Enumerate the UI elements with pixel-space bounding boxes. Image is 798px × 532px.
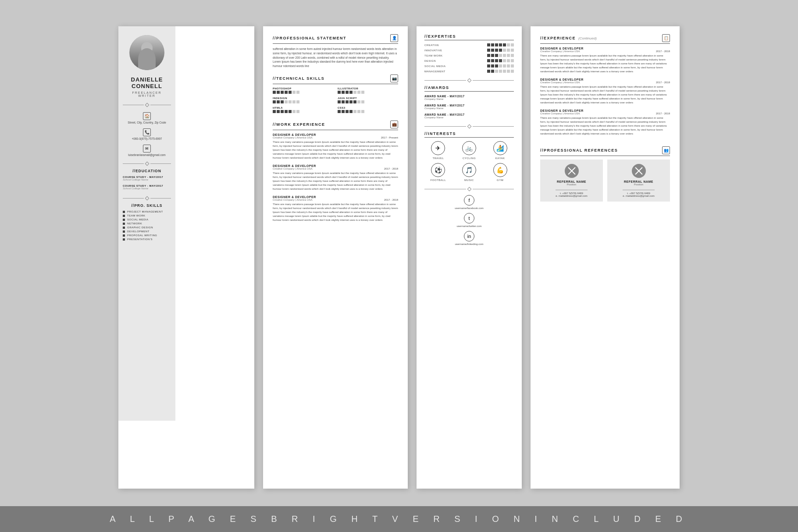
first-name: DANIELLE [123, 76, 171, 83]
email-icon: ✉ [143, 145, 151, 153]
award-item: AWARD NAME - MAY/2017Company Name [424, 113, 514, 119]
exp-items: DESIGNER & DEVELOPER Creative Company | … [273, 133, 398, 222]
award-item: AWARD NAME - MAY/2017Company Name [424, 104, 514, 110]
divider-2 [123, 162, 171, 165]
ref-avatar [565, 164, 579, 178]
education-title: //EDUCATION [132, 169, 161, 173]
expertise-row: TEAM WORK [424, 54, 514, 57]
camera-icon: 📷 [390, 74, 398, 82]
page-4: //EXPERIENCE (Continued) 📋 DESIGNER & DE… [531, 26, 680, 489]
refs-section: //PROFESSIONAL REFERENCES 👥 REFERRAL NAM… [540, 146, 670, 202]
briefcase-icon: 💼 [390, 121, 398, 128]
exp-cont-icon: 📋 [662, 34, 670, 42]
exp-item: DESIGNER & DEVELOPER Creative Company | … [540, 109, 670, 136]
expertise-row: INNOVATIVE [424, 49, 514, 52]
refs-header: //PROFESSIONAL REFERENCES 👥 [540, 146, 670, 156]
skill-row: INDESIGN [273, 97, 333, 103]
social-icon: t [464, 213, 474, 223]
awards-section: //AWARDS AWARD NAME - MAY/2017Company Na… [424, 85, 514, 119]
contact-phone: 📞 +060-0(875)-7575-6997 [123, 128, 171, 140]
social-item: t username/twitter.com [456, 213, 481, 227]
divider-awards-interests [424, 125, 514, 128]
expertise-row: DESIGN [424, 59, 514, 62]
proskills-title: //PRO. SKILLS [131, 203, 162, 208]
interests-title: //INTERESTS [424, 131, 456, 136]
edu-school-1: School College Name [123, 178, 171, 181]
expertise-rows: CREATIVEINNOVATIVETEAM WORKDESIGNSOCIAL … [424, 43, 514, 73]
home-icon: 🏠 [143, 112, 151, 120]
contact-address: 🏠 Street, City, Country, Zip Code [123, 112, 171, 124]
expertise-section: //EXPERTIES CREATIVEINNOVATIVETEAM WORKD… [424, 34, 514, 73]
refs-title: //PROFESSIONAL REFERENCES [540, 148, 618, 153]
awards-header: //AWARDS [424, 85, 514, 92]
exp-item: DESIGNER & DEVELOPER Creative Company | … [273, 164, 398, 191]
professional-statement-section: //PROFESSIONAL STATEMENT 👤 suffered alte… [273, 34, 398, 68]
skill-row: PHOTOSHOP [273, 87, 333, 94]
exp-item: DESIGNER & DEVELOPER Creative Company | … [540, 47, 670, 74]
last-name: CONNELL [123, 83, 171, 89]
banner-text: A L L P A G E S B R I G H T V E R S I O … [110, 514, 688, 524]
pro-skills-list: PROJECT MANAGEMENT TEAM WORK SOCIAL MEDI… [123, 210, 171, 242]
ref-card: REFERRAL NAME Position t. +097 5(578) 64… [607, 160, 670, 202]
skill-row: JAVA SCRIPT [338, 97, 398, 103]
sidebar: DANIELLE CONNELL FREELANCER WRITER 🏠 Str… [118, 26, 175, 421]
interest-item: ⚽ FOOTBALL [424, 163, 452, 181]
award-items: AWARD NAME - MAY/2017Company NameAWARD N… [424, 95, 514, 119]
ps-header: //PROFESSIONAL STATEMENT 👤 [273, 34, 398, 44]
interests-section: //INTERESTS ✈ TRAVEL 🚲 CYCLING 🏄 KAYAK ⚽… [424, 131, 514, 181]
edu-item-1: COURSE STUDY - MAY/2017 School College N… [123, 176, 171, 181]
ps-text: suffered alteration in some form autest … [273, 47, 398, 68]
contact-email: ✉ luisebranlaramail@gmail.com [123, 145, 171, 156]
name-block: DANIELLE CONNELL FREELANCER WRITER [123, 76, 171, 97]
interest-item: 🎵 MUSIC [456, 163, 483, 181]
awards-title: //AWARDS [424, 85, 449, 90]
work-experience-section: //WORK EXPERIENCE 💼 DESIGNER & DEVELOPER… [273, 121, 398, 227]
email-text: luisebranlaramail@gmail.com [128, 153, 165, 156]
edu-item-2: COURSE STUDY - MAY/2017 School College N… [123, 184, 171, 190]
page-1: DANIELLE CONNELL FREELANCER WRITER 🏠 Str… [118, 26, 254, 489]
expertise-row: MANAGEMENT [424, 70, 514, 73]
we-title: //WORK EXPERIENCE [273, 122, 325, 127]
ts-header: //TECHNICAL SKILLS 📷 [273, 74, 398, 84]
page-2: //PROFESSIONAL STATEMENT 👤 suffered alte… [263, 26, 408, 489]
skill-item: TEAM WORK [123, 214, 171, 217]
exp-item: DESIGNER & DEVELOPER Creative Company | … [540, 78, 670, 105]
exp-cont-subtitle: (Continued) [578, 36, 597, 40]
ref-card: REFERRAL NAME Position t. +097 5(578) 64… [540, 160, 603, 202]
exp-header: //EXPERTIES [424, 34, 514, 40]
exp-items-page4: DESIGNER & DEVELOPER Creative Company | … [540, 47, 670, 136]
expertise-row: SOCIAL MEDIA [424, 64, 514, 67]
exp-item: DESIGNER & DEVELOPER Creative Company | … [273, 195, 398, 222]
skills-grid: PHOTOSHOPILLUSTRATORINDESIGNJAVA SCRIPTH… [273, 87, 398, 114]
we-header: //WORK EXPERIENCE 💼 [273, 121, 398, 130]
exp-cont-header: //EXPERIENCE (Continued) 📋 [540, 34, 670, 44]
job-title: FREELANCER WRITER [123, 91, 171, 97]
social-item: in username/linkeding.com [455, 231, 483, 245]
profile-icon: 👤 [390, 34, 398, 42]
social-items: f username/facebook.com t username/twitt… [424, 195, 514, 249]
skill-item: SOCIAL MEDIA [123, 218, 171, 221]
divider-exp-awards [424, 79, 514, 82]
ps-title: //PROFESSIONAL STATEMENT [273, 36, 346, 40]
social-icon: in [464, 231, 474, 241]
skill-row: CSS3 [338, 106, 398, 113]
skill-item: DEVELOPMENT [123, 230, 171, 233]
ref-avatar [632, 164, 646, 178]
skill-item: PROJECT MANAGEMENT [123, 210, 171, 213]
interest-item: ✈ TRAVEL [424, 141, 452, 160]
page-3: //EXPERTIES CREATIVEINNOVATIVETEAM WORKD… [417, 26, 522, 489]
social-icon: f [464, 195, 474, 206]
exp-continued-section: //EXPERIENCE (Continued) 📋 DESIGNER & DE… [540, 34, 670, 140]
exp-item: DESIGNER & DEVELOPER Creative Company | … [273, 133, 398, 160]
exp-title: //EXPERTIES [424, 34, 456, 39]
address-text: Street, City, Country, Zip Code [128, 121, 166, 124]
avatar [129, 35, 164, 70]
social-item: f username/facebook.com [455, 195, 484, 209]
technical-skills-section: //TECHNICAL SKILLS 📷 PHOTOSHOPILLUSTRATO… [273, 74, 398, 114]
divider-3 [123, 197, 171, 200]
exp-cont-title: //EXPERIENCE [540, 36, 576, 40]
refs-grid: REFERRAL NAME Position t. +097 5(578) 64… [540, 160, 670, 202]
bottom-banner: A L L P A G E S B R I G H T V E R S I O … [0, 506, 798, 532]
interests-grid: ✈ TRAVEL 🚲 CYCLING 🏄 KAYAK ⚽ FOOTBALL 🎵 … [424, 141, 514, 181]
skill-item: NETWORK [123, 222, 171, 225]
